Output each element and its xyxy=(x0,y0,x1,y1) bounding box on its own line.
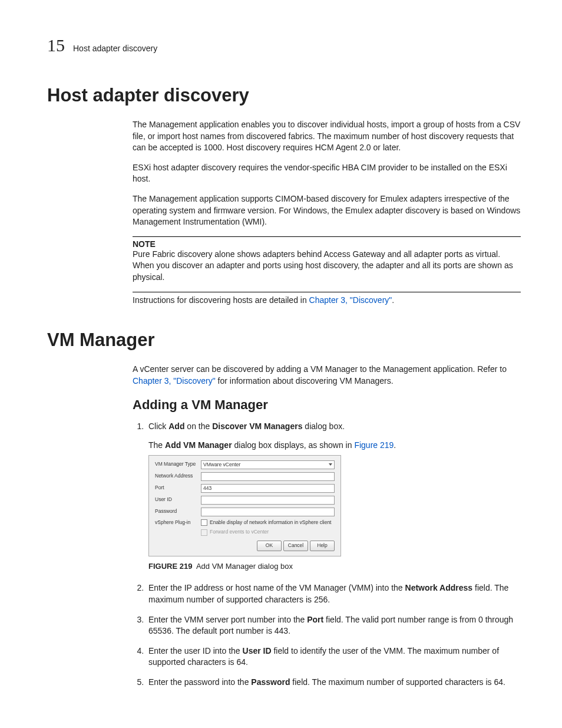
cancel-button[interactable]: Cancel xyxy=(283,541,308,551)
dropdown-vm-manager-type[interactable]: VMware vCenter xyxy=(201,460,335,469)
chapter-title: Host adapter discovery xyxy=(73,44,157,53)
step-4: Enter the user ID into the User ID field… xyxy=(146,645,521,668)
divider xyxy=(133,292,521,292)
text: A vCenter server can be discovered by ad… xyxy=(133,364,507,374)
text: Port xyxy=(307,615,323,624)
button-label: Help xyxy=(317,542,327,549)
note-body: Pure Fabric discovery alone shows adapte… xyxy=(133,249,521,284)
text: on the xyxy=(184,421,212,431)
paragraph: The Management application supports CIMO… xyxy=(133,193,521,228)
text: dialog box displays, as shown in xyxy=(232,440,355,450)
figure-label: FIGURE 219 xyxy=(148,562,192,571)
label-password: Password xyxy=(155,508,201,515)
checkbox-label-disabled: Forward events to vCenter xyxy=(210,529,269,536)
paragraph: ESXi host adapter discovery requires the… xyxy=(133,162,521,185)
step-3: Enter the VMM server port number into th… xyxy=(146,614,521,637)
chapter-number: 15 xyxy=(47,35,65,55)
step-2: Enter the IP address or host name of the… xyxy=(146,582,521,605)
label-port: Port xyxy=(155,485,201,492)
figure-caption: FIGURE 219 Add VM Manager dialog box xyxy=(148,561,521,572)
paragraph: Instructions for discovering hosts are d… xyxy=(133,295,521,307)
checkbox-forward-events xyxy=(201,529,207,536)
help-button[interactable]: Help xyxy=(310,541,335,551)
ok-button[interactable]: OK xyxy=(257,541,282,551)
step-5: Enter the password into the Password fie… xyxy=(146,677,521,689)
input-value: 443 xyxy=(203,485,211,492)
checkbox-label: Enable display of network information in… xyxy=(210,519,331,526)
input-port[interactable]: 443 xyxy=(201,484,335,493)
text: for information about discovering VM Man… xyxy=(216,376,394,386)
label-network-address: Network Address xyxy=(155,473,201,480)
paragraph: The Management application enables you t… xyxy=(133,119,521,154)
label-vsphere-plugin: vSphere Plug-in xyxy=(155,519,201,526)
text: Enter the password into the xyxy=(148,677,251,687)
note-label: NOTE xyxy=(133,239,521,249)
text: Password xyxy=(251,677,290,687)
step-1: Click Add on the Discover VM Managers di… xyxy=(146,421,521,572)
text: dialog box. xyxy=(302,421,345,431)
text: Add VM Manager xyxy=(165,440,232,450)
input-password[interactable] xyxy=(201,508,335,516)
paragraph: A vCenter server can be discovered by ad… xyxy=(133,364,521,387)
link-chapter-3-discovery[interactable]: Chapter 3, "Discovery" xyxy=(133,376,216,386)
text: Click xyxy=(148,421,168,431)
text: User ID xyxy=(243,646,272,655)
link-figure-219[interactable]: Figure 219 xyxy=(354,440,394,450)
text: The xyxy=(148,440,165,450)
button-label: Cancel xyxy=(288,542,303,549)
checkbox-enable-display[interactable] xyxy=(201,519,207,526)
link-chapter-3-discovery[interactable]: Chapter 3, "Discovery" xyxy=(309,295,392,305)
page-header: 15 Host adapter discovery xyxy=(47,35,521,55)
heading-adding-vm-manager: Adding a VM Manager xyxy=(133,397,521,413)
label-user-id: User ID xyxy=(155,496,201,503)
text: . xyxy=(392,295,394,305)
add-vm-manager-dialog: VM Manager Type VMware vCenter Network A… xyxy=(148,455,341,557)
heading-host-adapter-discovery: Host adapter discovery xyxy=(47,85,521,106)
input-user-id[interactable] xyxy=(201,496,335,505)
text: Instructions for discovering hosts are d… xyxy=(133,295,309,305)
input-network-address[interactable] xyxy=(201,472,335,481)
heading-vm-manager: VM Manager xyxy=(47,330,521,351)
text: Enter the VMM server port number into th… xyxy=(148,615,307,624)
text: Network Address xyxy=(405,583,473,592)
label-vm-manager-type: VM Manager Type xyxy=(155,461,201,468)
text: . xyxy=(394,440,396,450)
text: Add xyxy=(168,421,184,431)
text: Enter the IP address or host name of the… xyxy=(148,583,405,592)
chevron-down-icon xyxy=(329,463,332,466)
button-label: OK xyxy=(266,542,273,549)
dropdown-value: VMware vCenter xyxy=(203,461,240,469)
divider xyxy=(133,236,521,237)
text: Enter the user ID into the xyxy=(148,646,243,655)
text: field. The maximum number of supported c… xyxy=(290,677,505,687)
figure-text: Add VM Manager dialog box xyxy=(196,562,293,571)
text: Discover VM Managers xyxy=(212,421,302,431)
